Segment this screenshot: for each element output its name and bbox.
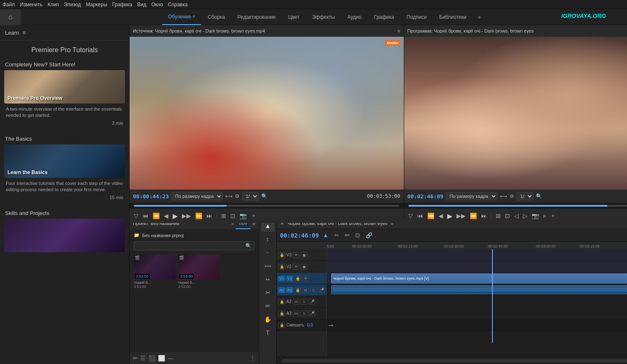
program-extract[interactable]: ⊡ xyxy=(504,212,511,220)
tab-assembly[interactable]: Сборка xyxy=(202,9,231,25)
tl-lock-a2[interactable]: 🔒 xyxy=(278,299,285,305)
tab-libraries[interactable]: Библиотеки xyxy=(433,9,472,25)
tab-editing[interactable]: Редактирование xyxy=(232,9,281,25)
source-scrubber[interactable] xyxy=(130,203,404,209)
tl-lock-a1[interactable]: 🔒 xyxy=(294,287,301,293)
footer-freeform-icon[interactable]: ⬜ xyxy=(158,355,165,361)
menu-help[interactable]: Справка xyxy=(168,2,188,8)
tl-solo-a1[interactable]: S xyxy=(310,287,317,293)
source-play[interactable]: ▶ xyxy=(172,211,178,221)
sidebar-menu-icon[interactable]: ≡ xyxy=(22,29,25,36)
footer-list-icon[interactable]: ☰ xyxy=(140,355,146,361)
program-fit-select[interactable]: По размеру кадра xyxy=(446,192,497,200)
program-scrubber[interactable] xyxy=(404,203,627,209)
program-prev-edit[interactable]: ⏮ xyxy=(416,212,424,220)
tl-lock-v1[interactable]: 🔒 xyxy=(294,276,301,281)
source-fraction-select[interactable]: 1/2 xyxy=(242,192,259,200)
program-step-back[interactable]: ⏪ xyxy=(426,212,435,220)
program-mark-in[interactable]: ▽ xyxy=(408,212,414,220)
tool-pen[interactable]: ✏ xyxy=(261,300,275,312)
tl-tool-magnet[interactable]: ⊡ xyxy=(354,231,362,239)
tab-subtitles[interactable]: Подписи xyxy=(401,9,433,25)
program-add-btn[interactable]: » xyxy=(542,212,547,220)
tool-ripple[interactable]: ↔ xyxy=(261,247,275,258)
tutorial-card-overview[interactable]: Premiere Pro Overview A two-minute overv… xyxy=(4,70,125,127)
menu-view[interactable]: Вид xyxy=(137,2,146,8)
menu-markers[interactable]: Маркеры xyxy=(86,2,107,8)
source-add-btn[interactable]: ＋ xyxy=(250,211,257,220)
tl-vol-a1[interactable]: 🎤 xyxy=(318,287,325,293)
program-plus[interactable]: ＋ xyxy=(549,211,557,220)
menu-file[interactable]: Файл xyxy=(3,2,15,8)
tl-lock-v3[interactable]: 🔒 xyxy=(278,252,285,258)
tl-eye-v1[interactable]: 👁 xyxy=(302,276,309,281)
tl-video-clip[interactable]: Чорнії брови, карії очі - Dark brows, br… xyxy=(331,273,627,283)
source-panel-menu[interactable]: ≡ xyxy=(398,28,400,33)
home-button[interactable]: ⌂ xyxy=(0,9,21,25)
tab-graphics[interactable]: Графика xyxy=(368,9,400,25)
program-play[interactable]: ▶ xyxy=(446,211,453,221)
menu-episode[interactable]: Эпизод xyxy=(64,2,81,8)
tool-rate-stretch[interactable]: ↦ xyxy=(261,273,275,285)
tl-lock-v2[interactable]: 🔒 xyxy=(278,264,285,270)
tutorial-card-skills[interactable] xyxy=(4,219,125,252)
program-next-frame[interactable]: ▶▶ xyxy=(456,212,466,220)
footer-slider-icon[interactable]: — xyxy=(168,355,173,361)
tutorial-card-basics[interactable]: Learn the Basics Four interactive tutori… xyxy=(4,144,125,202)
tool-roll[interactable]: ⟺ xyxy=(261,260,275,272)
tab-color[interactable]: Цвет xyxy=(283,9,306,25)
tl-mute-a2[interactable]: M xyxy=(293,299,299,305)
source-overwrite[interactable]: ⊡ xyxy=(229,212,236,220)
source-next-edit[interactable]: ⏭ xyxy=(206,212,213,220)
tab-audio[interactable]: Аудио xyxy=(342,9,367,25)
tl-audio-clip[interactable] xyxy=(331,285,627,294)
program-next-edit[interactable]: ⏭ xyxy=(480,212,488,220)
program-trim-in[interactable]: ◁ xyxy=(513,212,520,220)
tl-sync-v1[interactable]: V1 xyxy=(278,276,285,281)
footer-edit-icon[interactable]: ✏ xyxy=(133,355,138,361)
menu-clip[interactable]: Клип xyxy=(48,2,59,8)
source-prev-frame[interactable]: ◀ xyxy=(163,212,169,220)
program-lift[interactable]: ⊞ xyxy=(495,212,502,220)
source-fit-select[interactable]: По размеру кадра xyxy=(171,192,223,200)
tl-vol-a3[interactable]: 🎤 xyxy=(308,311,315,316)
tl-solo-a2[interactable]: S xyxy=(301,299,307,305)
tl-mix-btn[interactable]: ⊸ xyxy=(329,322,334,329)
source-mark-in[interactable]: ▽ xyxy=(133,212,139,220)
tl-eye-v3[interactable]: 👁 xyxy=(293,252,299,258)
tl-tool-link[interactable]: 🔗 xyxy=(364,231,374,239)
tl-bottom-scroll[interactable] xyxy=(282,359,627,362)
menu-edit[interactable]: Изменить xyxy=(20,2,43,8)
tab-effects[interactable]: Эффекты xyxy=(306,9,341,25)
source-step-back[interactable]: ⏪ xyxy=(152,212,161,220)
thumb-item-0[interactable]: 🎬 3:53:00 Чорнії б... 3:53:00 xyxy=(134,255,176,289)
tl-sync-a1[interactable]: A1 xyxy=(278,287,285,293)
tool-razor[interactable]: ✂ xyxy=(261,287,275,298)
footer-more-icon[interactable]: ⋮ xyxy=(250,355,255,361)
menu-graphics[interactable]: Графика xyxy=(112,2,132,8)
program-trim-out[interactable]: ▷ xyxy=(522,212,528,220)
tool-track-select[interactable]: ↕ xyxy=(261,233,275,245)
tl-eye-v2[interactable]: 👁 xyxy=(293,264,299,270)
tl-collapse-v2[interactable]: ◼ xyxy=(301,264,307,270)
footer-grid-icon[interactable]: ⬛ xyxy=(148,355,155,361)
tl-active-v1[interactable]: V1 xyxy=(286,276,293,281)
tl-mute-a3[interactable]: M xyxy=(293,311,299,316)
tool-hand[interactable]: ✋ xyxy=(261,313,275,325)
timeline-timecode[interactable]: 00:02:46:09 xyxy=(280,232,319,239)
tl-mute-a1[interactable]: M xyxy=(302,287,309,293)
source-camera[interactable]: 📷 xyxy=(239,212,247,220)
menu-window[interactable]: Окно xyxy=(151,2,163,8)
tl-tool-pen[interactable]: ⚯ xyxy=(343,231,351,239)
tl-lock-mix[interactable]: 🔒 xyxy=(278,322,285,328)
program-camera[interactable]: 📷 xyxy=(531,212,540,220)
tab-learn[interactable]: Обучение ≡ xyxy=(162,9,201,25)
search-input[interactable] xyxy=(137,243,245,248)
nav-more-button[interactable]: » xyxy=(473,14,486,20)
tl-tool-select[interactable]: ▲ xyxy=(321,231,330,239)
source-step-fwd[interactable]: ⏩ xyxy=(194,212,203,220)
tl-vol-a2[interactable]: 🎤 xyxy=(308,299,315,305)
tool-text[interactable]: T xyxy=(261,327,275,339)
tl-collapse-v3[interactable]: ◼ xyxy=(301,252,307,258)
source-insert[interactable]: ⊞ xyxy=(220,212,227,220)
